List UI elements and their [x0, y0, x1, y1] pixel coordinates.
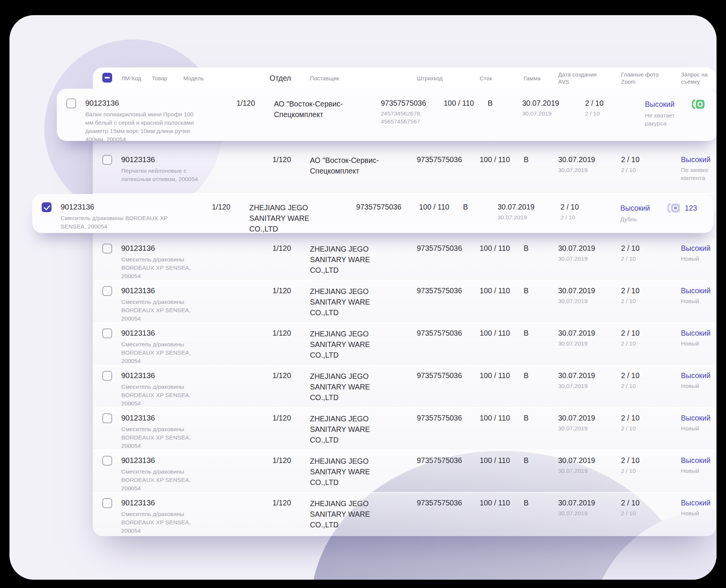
shoot-request-link[interactable]: Высокий — [681, 456, 710, 465]
stock-value: 100 / 110 — [480, 371, 524, 380]
product-description: Валик полиакриловый мини Профи 100 мм бе… — [85, 110, 201, 144]
request-status: Новый — [681, 509, 716, 517]
product-description: Смеситель д/раковины BORDEAUX XP SENSEA,… — [121, 298, 205, 323]
supplier-value: ZHEJIANG JEGO SANITARY WARE CO.,LTD — [291, 371, 393, 403]
barcode-value: 97357575036 — [417, 328, 480, 338]
gamma-value: В — [524, 286, 558, 296]
shoot-request-link[interactable]: Высокий — [681, 498, 710, 508]
stock-value: 100 / 110 — [419, 202, 463, 212]
product-description: Смеситель д/раковины BORDEAUX XP SENSEA,… — [121, 425, 205, 450]
app-window: ЛМ-Код Товар Модель Отдел Поставщик Штри… — [9, 15, 717, 580]
request-status: Не хватает ракурса — [645, 111, 690, 127]
col-department: Отдел — [270, 75, 291, 82]
row-checkbox[interactable] — [102, 413, 112, 423]
table-row[interactable]: 90123136 Смеситель д/раковины BORDEAUX X… — [93, 281, 716, 323]
stock-value: 100 / 110 — [480, 244, 524, 253]
gamma-value: В — [524, 328, 558, 338]
shoot-request-link[interactable]: Высокий — [681, 155, 710, 164]
col-gamma: Гамма — [524, 75, 541, 82]
table-row[interactable]: 90123136 Смеситель д/раковины BORDEAUX X… — [32, 194, 713, 233]
main-photos-count: 2 / 10 — [621, 371, 681, 380]
stock-value: 100 / 110 — [480, 413, 524, 423]
table-row[interactable]: 90123136 Смеситель д/раковины BORDEAUX X… — [93, 408, 716, 450]
row-checkbox[interactable] — [102, 371, 112, 381]
avs-date: 30.07.2019 — [558, 244, 621, 253]
photo-count-link[interactable]: 123 — [685, 204, 697, 213]
select-all-checkbox[interactable] — [102, 73, 112, 83]
col-barcode: Штрихкод — [417, 75, 443, 82]
main-photos-count: 2 / 10 — [621, 286, 681, 296]
table-row[interactable]: 90123136 Смеситель д/раковины BORDEAUX X… — [93, 366, 716, 408]
row-checkbox[interactable] — [102, 286, 112, 296]
main-photos-count: 2 / 10 — [621, 498, 681, 508]
main-photos-sub: 2 / 10 — [585, 109, 645, 117]
stock-value: 100 / 110 — [480, 498, 524, 508]
row-checkbox[interactable] — [66, 99, 76, 108]
lm-code: 90123136 — [121, 328, 269, 338]
avs-date-sub: 30.07.2019 — [498, 213, 560, 221]
row-checkbox[interactable] — [102, 498, 112, 508]
supplier-value: АО "Восток-Сервис-Спецкомплект — [291, 155, 393, 176]
table-row[interactable]: 90123136 Смеситель д/раковины BORDEAUX X… — [93, 493, 716, 536]
products-table: ЛМ-Код Товар Модель Отдел Поставщик Штри… — [93, 67, 716, 536]
col-avs-date: Дата создания AVS — [558, 71, 599, 85]
lm-code: 90123136 — [121, 456, 269, 465]
shoot-request-link[interactable]: Высокий — [681, 244, 710, 253]
table-rows: 90123136 Валик полиакриловый мини Профи … — [93, 89, 716, 536]
main-photos-sub: 2 / 10 — [621, 255, 681, 263]
avs-date: 30.07.2019 — [558, 456, 621, 465]
row-checkbox[interactable] — [42, 202, 52, 212]
department-value: 1/120 — [269, 328, 291, 338]
request-status: Новый — [681, 255, 716, 263]
avs-date-sub: 30.07.2019 — [558, 509, 621, 517]
department-value: 1/120 — [269, 286, 291, 296]
shoot-request-link[interactable]: Высокий — [620, 203, 650, 213]
request-status: По заявке контента — [681, 166, 716, 182]
shoot-request-link[interactable]: Высокий — [681, 328, 710, 338]
table-row[interactable]: 90123136 Смеситель д/раковины BORDEAUX X… — [93, 323, 716, 366]
lm-code: 90123136 — [85, 99, 233, 108]
shoot-request-link[interactable]: Высокий — [681, 286, 710, 296]
table-row[interactable]: 90123136 Смеситель д/раковины BORDEAUX X… — [93, 450, 716, 493]
request-status: Новый — [681, 467, 716, 475]
camera-icon[interactable] — [692, 99, 705, 110]
table-row[interactable]: 90123136 Смеситель д/раковины BORDEAUX X… — [93, 238, 716, 281]
gamma-value: В — [524, 155, 558, 164]
stock-value: 100 / 110 — [480, 328, 524, 338]
main-photos-sub: 2 / 10 — [621, 297, 681, 305]
main-photos-sub: 2 / 10 — [621, 382, 681, 390]
stock-value: 100 / 110 — [480, 155, 524, 164]
barcode-value: 97357575036 — [417, 413, 480, 423]
department-value: 1/120 — [269, 498, 291, 508]
main-photos-count: 2 / 10 — [560, 202, 620, 212]
product-description: Смеситель д/раковины BORDEAUX XP SENSEA,… — [121, 383, 205, 408]
row-checkbox[interactable] — [102, 328, 112, 338]
main-photos-count: 2 / 10 — [621, 413, 681, 423]
gamma-value: В — [524, 456, 558, 465]
lm-code: 90123136 — [121, 413, 269, 422]
row-checkbox[interactable] — [102, 456, 112, 466]
col-model: Модель — [183, 75, 204, 82]
main-photos-count: 2 / 10 — [621, 155, 681, 164]
shoot-request-link[interactable]: Высокий — [681, 371, 710, 380]
shoot-request-link[interactable]: Высокий — [681, 413, 710, 423]
table-row[interactable]: 90123136 Валик полиакриловый мини Профи … — [57, 89, 717, 141]
request-status: Новый — [681, 339, 716, 347]
supplier-value: ZHEJIANG JEGO SANITARY WARE CO.,LTD — [291, 498, 393, 530]
avs-date: 30.07.2019 — [558, 371, 621, 380]
avs-date: 30.07.2019 — [558, 413, 621, 423]
camera-icon[interactable] — [667, 202, 680, 214]
col-product: Товар — [152, 75, 167, 82]
row-checkbox[interactable] — [102, 155, 112, 165]
table-row[interactable]: 90123136 Перчатки нейлоновые с латексным… — [93, 144, 716, 194]
row-checkbox[interactable] — [102, 244, 112, 253]
product-description: Смеситель д/раковины BORDEAUX XP SENSEA,… — [121, 255, 205, 280]
main-photos-count: 2 / 10 — [621, 244, 681, 253]
main-photos-sub: 2 / 10 — [621, 509, 681, 517]
supplier-value: ZHEJIANG JEGO SANITARY WARE CO.,LTD — [291, 456, 393, 488]
department-value: 1/120 — [269, 155, 291, 164]
shoot-request-link[interactable]: Высокий — [645, 100, 674, 109]
gamma-value: В — [524, 498, 558, 508]
col-shoot-request: Запрос на съёмку — [681, 71, 711, 85]
supplier-value: ZHEJIANG JEGO SANITARY WARE CO.,LTD — [291, 244, 393, 275]
